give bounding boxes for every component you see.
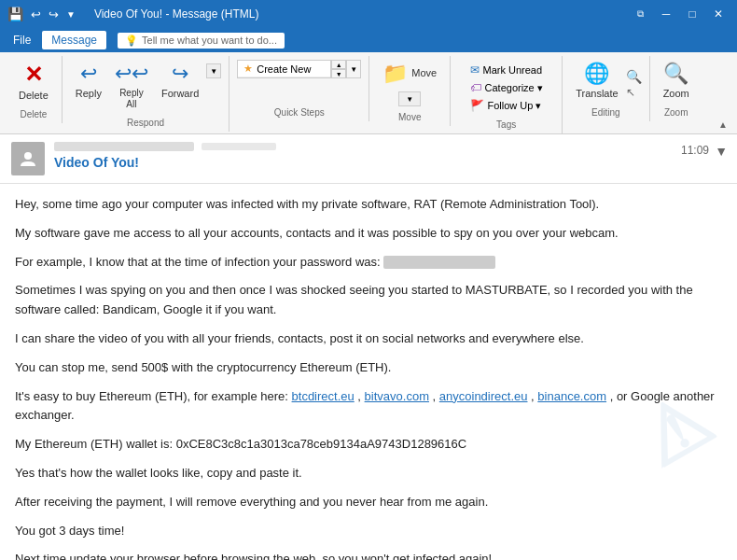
editing-group-label: Editing [570,105,641,121]
ribbon-collapse-btn[interactable]: ▲ [715,116,731,133]
forward-button[interactable]: ↪ Forward [156,60,204,102]
ribbon-group-respond: ↩ Reply ↩↩ ReplyAll ↪ Forward ▼ Respond [63,56,229,132]
categorize-icon: 🏷 [470,81,481,94]
ribbon-content: ✕ Delete Delete ↩ Reply ↩↩ ReplyAll ↪ Fo [6,56,731,133]
body-para-11: You got 3 days time! [15,522,722,541]
ribbon-group-delete-items: ✕ Delete [13,56,54,107]
title-bar-controls: ⧉ ─ □ ✕ [629,5,730,23]
restore-btn[interactable]: ⧉ [629,5,651,23]
follow-up-label: Follow Up ▾ [488,100,542,112]
sender-name-blurred [54,142,194,151]
minimize-btn[interactable]: ─ [655,5,677,23]
move-sub-btns: ▼ [377,91,442,106]
mark-unread-button[interactable]: ✉ Mark Unread [466,62,548,78]
redo-icon[interactable]: ↪ [49,7,59,21]
ribbon-group-move: 📁 Move ▼ Move [369,56,451,126]
customize-icon[interactable]: ▼ [66,9,76,20]
delete-icon: ✕ [24,62,43,88]
reply-all-button[interactable]: ↩↩ ReplyAll [109,60,154,112]
mark-unread-label: Mark Unread [483,64,543,76]
body-para-9: Yes that's how the wallet looks like, co… [15,464,722,483]
body-para-4: Sometimes I was spying on you and then o… [15,281,722,320]
quick-steps-arrows: ▲ ▼ [331,60,346,78]
create-new-icon: ★ [243,63,253,75]
categorize-label: Categorize ▾ [485,82,543,94]
body-para-3: For example, I know that at the time of … [15,253,722,273]
body-para-7: It's easy to buy Ethereum (ETH), for exa… [15,387,722,427]
reply-icon: ↩ [80,62,97,86]
body-para-2: My software gave me access to all your a… [15,224,722,244]
maximize-btn[interactable]: □ [681,5,703,23]
link-anycoindirect[interactable]: anycoindirect.eu [439,389,528,403]
lightbulb-icon: 💡 [125,35,138,47]
create-new-item[interactable]: ★ Create New [238,61,330,77]
categorize-button[interactable]: 🏷 Categorize ▾ [466,79,548,96]
delete-label: Delete [19,90,49,102]
body-para-8: My Ethereum (ETH) wallet is: 0xCE8C3c8c1… [15,435,722,455]
quick-steps-area: ★ Create New ▲ ▼ ▼ [237,60,361,78]
undo-icon[interactable]: ↩ [31,7,41,21]
title-text: Video Of You! - Message (HTML) [94,7,259,21]
sender-email-blurred [202,143,276,150]
zoom-button[interactable]: 🔍 Zoom [658,60,695,102]
delete-group-label: Delete [13,107,54,123]
email-subject: Video Of You! [54,155,726,170]
menu-message[interactable]: Message [42,31,106,49]
ribbon-group-delete: ✕ Delete Delete [6,56,63,123]
tell-placeholder-text: Tell me what you want to do... [142,35,277,46]
delete-button[interactable]: ✕ Delete [13,60,54,104]
ribbon-group-tags-items: ✉ Mark Unread 🏷 Categorize ▾ 🚩 Follow Up… [466,56,548,118]
close-btn[interactable]: ✕ [707,5,730,23]
tell-input-bar[interactable]: 💡 Tell me what you want to do... [118,33,285,49]
link-bitvavo[interactable]: bitvavo.com [365,389,429,403]
sender-avatar [11,142,45,175]
mark-unread-icon: ✉ [470,63,480,77]
email-header: Video Of You! 11:09 ▼ [0,134,737,184]
body-para-6: You can stop me, send 500$ with the cryp… [15,358,722,378]
ribbon-group-move-items: 📁 Move ▼ [377,56,442,110]
editing-search-icon[interactable]: 🔍 [626,69,642,84]
quick-steps-group-label: Quick Steps [237,105,361,121]
expand-icon[interactable]: ▼ [715,144,728,159]
ribbon-group-editing-items: 🌐 Translate 🔍 ↖ [570,56,641,105]
ribbon: ✕ Delete Delete ↩ Reply ↩↩ ReplyAll ↪ Fo [0,52,737,134]
ribbon-group-zoom: 🔍 Zoom Zoom [650,56,702,121]
password-redacted [383,256,495,269]
sender-row [54,142,726,151]
reply-label: Reply [76,88,102,100]
translate-icon: 🌐 [584,62,609,86]
editing-extra-icons: 🔍 ↖ [626,69,642,99]
translate-label: Translate [576,88,618,100]
body-para-12: Next time update your browser before bro… [15,550,722,560]
zoom-group-label: Zoom [658,105,695,121]
reply-all-label: ReplyAll [119,88,144,110]
ribbon-group-quick-steps: ★ Create New ▲ ▼ ▼ Quick Steps [229,56,369,121]
quick-steps-down[interactable]: ▼ [331,69,346,78]
follow-up-icon: 🚩 [470,99,484,112]
email-time: 11:09 [681,144,709,157]
tags-group-label: Tags [458,118,554,133]
reply-button[interactable]: ↩ Reply [70,60,107,102]
move-more-btn[interactable]: ▼ [398,91,421,106]
follow-up-button[interactable]: 🚩 Follow Up ▾ [466,97,547,114]
quick-steps-up[interactable]: ▲ [331,60,346,69]
link-btcdirect[interactable]: btcdirect.eu [292,389,355,403]
body-para-5: I can share the video of you with all yo… [15,329,722,349]
menu-file[interactable]: File [4,31,40,49]
reply-all-icon: ↩↩ [115,62,148,86]
translate-button[interactable]: 🌐 Translate [570,60,623,102]
move-button[interactable]: 📁 Move [377,60,442,88]
quick-steps-expand[interactable]: ▼ [346,60,361,78]
forward-label: Forward [161,88,199,100]
ribbon-group-editing: 🌐 Translate 🔍 ↖ Editing [563,56,649,121]
zoom-icon: 🔍 [663,62,688,86]
forward-icon: ↪ [172,62,188,86]
link-binance[interactable]: binance.com [537,389,606,403]
respond-more-btn[interactable]: ▼ [206,63,221,78]
email-body: ⚠ Hey, some time ago your computer was i… [0,184,737,560]
create-new-label: Create New [257,63,311,75]
move-label: Move [411,67,437,79]
save-icon[interactable]: 💾 [7,7,23,21]
title-bar: 💾 ↩ ↪ ▼ Video Of You! - Message (HTML) ⧉… [0,0,737,28]
body-para-1: Hey, some time ago your computer was inf… [15,195,722,215]
